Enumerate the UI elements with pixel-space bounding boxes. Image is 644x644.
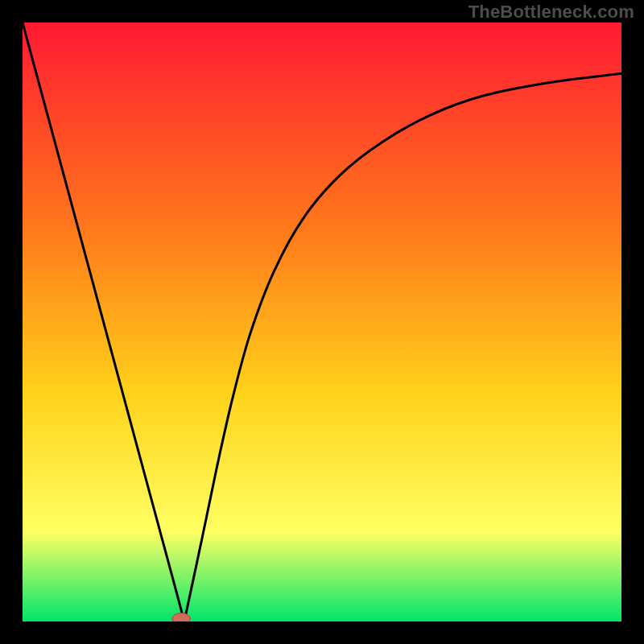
chart-svg [23, 23, 621, 621]
plot-area [23, 23, 621, 621]
gradient-background [23, 23, 621, 621]
optimal-marker [172, 613, 190, 621]
outer-frame: TheBottleneck.com [0, 0, 644, 644]
watermark-text: TheBottleneck.com [469, 2, 634, 23]
